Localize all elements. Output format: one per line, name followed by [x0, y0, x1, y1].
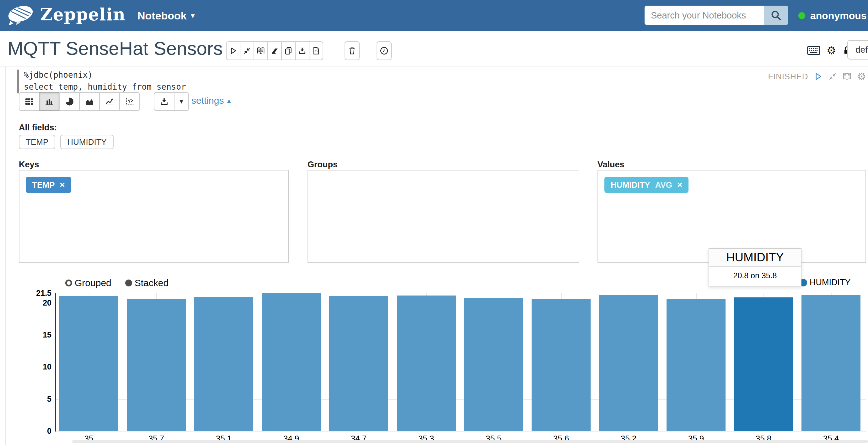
- brand-wordmark: Zeppelin: [40, 4, 126, 25]
- bar-34.9[interactable]: [262, 293, 321, 431]
- barchart-icon: [44, 97, 54, 106]
- y-axis-line: [55, 293, 56, 432]
- zeppelin-airship-icon: [6, 4, 35, 25]
- caret-up-icon: ▴: [227, 97, 231, 104]
- play-icon: [229, 47, 237, 55]
- field-pill-humidity[interactable]: HUMIDITY: [60, 135, 114, 149]
- search-input[interactable]: [645, 6, 764, 25]
- bar-35.3[interactable]: [397, 296, 456, 431]
- groups-label: Groups: [308, 160, 338, 170]
- values-label: Values: [597, 160, 624, 170]
- search-button[interactable]: [764, 6, 788, 25]
- bar-mode-controls: Grouped Stacked: [65, 278, 168, 288]
- stacked-label: Stacked: [135, 278, 168, 288]
- gear-icon: ⚙: [827, 44, 836, 57]
- bar-35.2[interactable]: [599, 295, 658, 431]
- navbar: Zeppelin Notebook ▾ anonymous ▾: [0, 0, 868, 31]
- y-max-label: 21.5: [26, 288, 52, 298]
- run-all-button[interactable]: [226, 41, 240, 60]
- bar-35.5[interactable]: [464, 298, 523, 431]
- shortcuts-button[interactable]: [807, 46, 820, 55]
- paragraph-controls: ⚙: [814, 71, 866, 81]
- notebook-search: [645, 6, 788, 25]
- stacked-radio[interactable]: Stacked: [125, 278, 168, 288]
- pill-field-name: TEMP: [32, 180, 55, 190]
- zeppelin-app: Zeppelin Notebook ▾ anonymous ▾ MQTT Sen…: [0, 0, 868, 445]
- caret-down-icon: ▾: [191, 12, 194, 19]
- clear-output-button[interactable]: [267, 41, 282, 60]
- y-tick-label: 5: [26, 394, 52, 403]
- temp-pill[interactable]: TEMP×: [26, 177, 71, 193]
- field-pill-temp[interactable]: TEMP: [19, 135, 55, 149]
- paragraph-settings-button[interactable]: ⚙: [857, 71, 866, 81]
- interpreter-default-button[interactable]: default: [847, 40, 868, 60]
- download-options-button[interactable]: ▾: [174, 92, 189, 111]
- download-data-button[interactable]: [154, 92, 175, 111]
- bar-35[interactable]: [59, 296, 118, 431]
- chart-type-group: [19, 92, 140, 111]
- tooltip-value: 20.8 on 35.8: [709, 267, 801, 286]
- remove-pill-icon[interactable]: ×: [677, 180, 682, 189]
- scheduler-button[interactable]: [377, 41, 392, 60]
- radio-circle-filled-icon: [125, 279, 132, 286]
- collapse-paragraph-button[interactable]: [828, 72, 837, 81]
- bar-34.7[interactable]: [329, 296, 388, 431]
- export-note-button[interactable]: [295, 41, 309, 60]
- play-icon: [814, 72, 823, 81]
- zeppelin-logo[interactable]: Zeppelin: [6, 4, 126, 25]
- note-title[interactable]: MQTT SenseHat Sensors: [7, 38, 223, 59]
- y-tick-label: 20: [26, 298, 52, 307]
- code-editor-gutter: [17, 70, 19, 93]
- table-button[interactable]: [19, 92, 39, 111]
- area-chart-button[interactable]: [79, 92, 100, 111]
- area-icon: [85, 97, 94, 106]
- radio-circle-icon: [65, 279, 72, 286]
- show-editor-button[interactable]: [843, 72, 851, 81]
- paragraph-status-row: FINISHED ⚙: [768, 71, 866, 81]
- pill-field-name: HUMIDITY: [611, 180, 650, 190]
- bar-35.7[interactable]: [127, 299, 186, 431]
- notebook-menu[interactable]: Notebook ▾: [137, 0, 194, 31]
- connection-status-dot: [798, 12, 805, 19]
- keys-label: Keys: [19, 160, 39, 170]
- export-icon: [298, 47, 306, 55]
- chart-tooltip: HUMIDITY 20.8 on 35.8: [709, 248, 802, 286]
- bar-35.6[interactable]: [532, 299, 591, 431]
- all-fields-label: All fields:: [19, 123, 57, 133]
- bar-35.1[interactable]: [194, 297, 253, 431]
- pie-chart-button[interactable]: [59, 92, 80, 111]
- groups-drop-box[interactable]: [308, 170, 579, 263]
- run-paragraph-button[interactable]: [814, 72, 823, 81]
- interpreter-binding-button[interactable]: ⚙: [827, 45, 836, 56]
- y-tick-label: 15: [26, 330, 52, 339]
- user-name: anonymous: [810, 10, 867, 22]
- humidity-pill[interactable]: HUMIDITYAVG×: [604, 177, 688, 193]
- delete-note-button[interactable]: [345, 41, 360, 60]
- legend-item-humidity[interactable]: HUMIDITY: [800, 278, 851, 287]
- code-file-button[interactable]: [309, 41, 323, 60]
- bar-35.8[interactable]: [734, 298, 793, 431]
- y-gridline: [55, 431, 866, 432]
- shrink-icon: [828, 72, 837, 81]
- eraser-icon: [271, 47, 279, 55]
- bar-35.4[interactable]: [802, 295, 861, 431]
- tooltip-title: HUMIDITY: [709, 249, 801, 267]
- keys-drop-box[interactable]: TEMP×: [19, 170, 289, 263]
- paragraph-code[interactable]: %jdbc(phoenix) select temp, humidity fro…: [24, 69, 186, 93]
- bar-chart-button[interactable]: [39, 92, 60, 111]
- clone-note-button[interactable]: [281, 41, 296, 60]
- caret-down-icon: ▾: [180, 98, 183, 105]
- collapse-button[interactable]: [240, 41, 254, 60]
- grouped-radio[interactable]: Grouped: [65, 278, 112, 288]
- line-chart-button[interactable]: [99, 92, 120, 111]
- remove-pill-icon[interactable]: ×: [60, 180, 65, 189]
- search-icon: [771, 10, 781, 21]
- show-hide-code-button[interactable]: [253, 41, 268, 60]
- user-menu[interactable]: anonymous ▾: [798, 0, 868, 31]
- settings-toggle[interactable]: settings ▴: [191, 95, 231, 106]
- all-fields-pills: TEMPHUMIDITY: [19, 135, 114, 149]
- bar-35.9[interactable]: [666, 299, 725, 431]
- horizontal-scrollbar[interactable]: [72, 440, 868, 443]
- trash-icon: [348, 46, 356, 55]
- scatter-chart-button[interactable]: [119, 92, 140, 111]
